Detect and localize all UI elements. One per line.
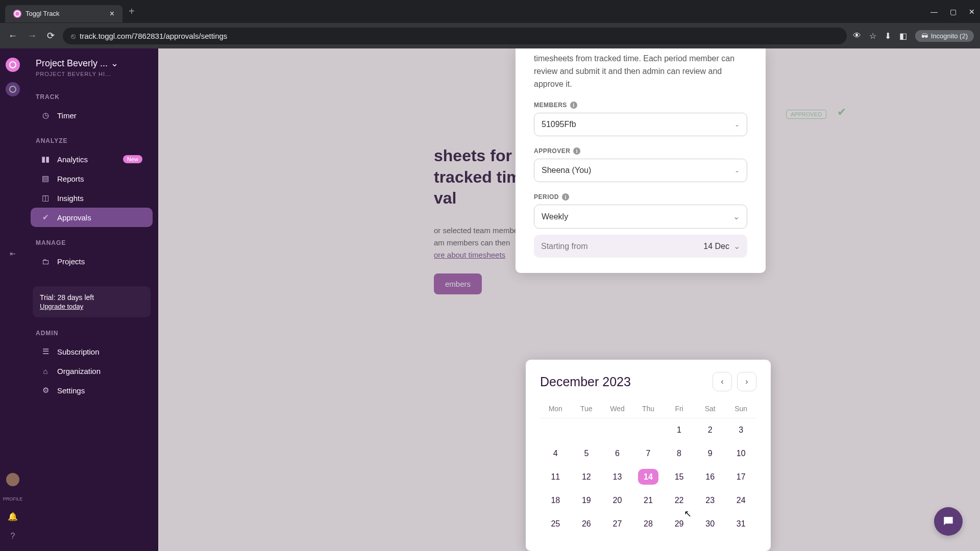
starting-from-select[interactable]: Starting from 14 Dec ⌄ [534, 235, 747, 258]
calendar-day[interactable]: 18 [540, 489, 571, 512]
bell-icon[interactable]: 🔔 [8, 512, 18, 521]
workspace-switcher[interactable]: Project Beverly ... ⌄ PROJECT BEVERLY HI… [26, 58, 158, 81]
calendar-day[interactable]: 23 [695, 489, 726, 512]
rail-track-icon[interactable] [6, 58, 20, 72]
calendar-day[interactable]: 29 [664, 512, 695, 536]
browser-tab[interactable]: Toggl Track × [5, 5, 122, 22]
incognito-badge[interactable]: 🕶 Incognito (2) [915, 30, 974, 42]
calendar-day[interactable]: 1 [664, 418, 695, 442]
new-badge: New [123, 155, 142, 163]
collapse-sidebar-icon[interactable]: ⇤ [10, 249, 16, 258]
calendar-day[interactable]: 22 [664, 489, 695, 512]
calendar-month-title: December 2023 [540, 374, 631, 389]
nav-organization[interactable]: ⌂ Organization [31, 361, 153, 381]
calendar-day[interactable]: 8 [664, 442, 695, 465]
calendar-day[interactable]: 12 [571, 465, 602, 489]
calendar-day[interactable]: 17 [725, 465, 756, 489]
maximize-icon[interactable]: ▢ [950, 8, 957, 16]
calendar-day[interactable]: 30 [695, 512, 726, 536]
nav-settings[interactable]: ⚙ Settings [31, 381, 153, 400]
chevron-down-icon: ⌄ [733, 241, 740, 251]
calendar-day [602, 418, 633, 442]
calendar-day[interactable]: 10 [725, 442, 756, 465]
date-picker: December 2023 ‹ › MonTueWedThuFriSatSun1… [526, 360, 771, 551]
close-icon[interactable]: × [110, 9, 114, 18]
nav-reports[interactable]: ▤ Reports [31, 169, 153, 188]
info-icon[interactable]: i [562, 193, 569, 201]
trial-text: Trial: 28 days left [40, 293, 143, 302]
calendar-day[interactable]: 19 [571, 489, 602, 512]
approver-group: APPROVER i Sheena (You) ⌄ [534, 147, 747, 182]
new-tab-button[interactable]: + [129, 6, 135, 17]
nav-approvals[interactable]: ✔ Approvals [31, 208, 153, 227]
info-icon[interactable]: i [570, 102, 577, 109]
tab-title: Toggl Track [26, 10, 59, 17]
window-controls: — ▢ ✕ [930, 8, 975, 16]
toolbar-icons: 👁 ☆ ⬇ ◧ 🕶 Incognito (2) [853, 30, 974, 42]
members-select[interactable]: 51095Ffb ⌄ [534, 113, 747, 136]
upgrade-link[interactable]: Upgrade today [40, 303, 143, 310]
calendar-day[interactable]: 27 [602, 512, 633, 536]
calendar-day[interactable]: 20 [602, 489, 633, 512]
calendar-day[interactable]: 2 [695, 418, 726, 442]
members-label: MEMBERS [534, 102, 567, 109]
calendar-day[interactable]: 21 [633, 489, 664, 512]
approver-select[interactable]: Sheena (You) ⌄ [534, 159, 747, 182]
info-icon[interactable]: i [573, 147, 580, 155]
url-bar[interactable]: ⎋ track.toggl.com/7862831/approvals/sett… [63, 28, 847, 44]
calendar-day[interactable]: 26 [571, 512, 602, 536]
chevron-down-icon: ⌄ [734, 167, 740, 174]
star-icon[interactable]: ☆ [869, 31, 876, 41]
browser-toolbar: ← → ⟳ ⎋ track.toggl.com/7862831/approval… [0, 23, 980, 48]
section-analyze: ANALYZE [26, 125, 158, 149]
nav-projects[interactable]: 🗀 Projects [31, 252, 153, 271]
calendar-day[interactable]: 25 [540, 512, 571, 536]
period-group: PERIOD i Weekly ⌄ Starting from 14 Dec ⌄ [534, 193, 747, 258]
download-icon[interactable]: ⬇ [885, 31, 891, 41]
close-window-icon[interactable]: ✕ [969, 8, 975, 16]
chat-icon [942, 515, 955, 528]
rail-app-icon[interactable] [6, 82, 20, 96]
back-button[interactable]: ← [6, 29, 19, 43]
icon-rail: ⇤ PROFILE 🔔 ? [0, 48, 26, 551]
panel-icon[interactable]: ◧ [899, 31, 907, 41]
prev-month-button[interactable]: ‹ [713, 372, 732, 391]
help-icon[interactable]: ? [11, 532, 15, 541]
nav-insights[interactable]: ◫ Insights [31, 188, 153, 208]
next-month-button[interactable]: › [737, 372, 756, 391]
forward-button[interactable]: → [26, 29, 39, 43]
calendar-day[interactable]: 11 [540, 465, 571, 489]
calendar-day[interactable]: 31 [725, 512, 756, 536]
document-icon: ▤ [41, 174, 50, 183]
nav-analytics[interactable]: ▮▮ Analytics New [31, 149, 153, 169]
calendar-day[interactable]: 13 [602, 465, 633, 489]
building-icon: ⌂ [41, 366, 50, 375]
folder-icon: 🗀 [41, 257, 50, 266]
calendar-day[interactable]: 6 [602, 442, 633, 465]
calendar-day[interactable]: 9 [695, 442, 726, 465]
calendar-dow: Wed [602, 399, 633, 418]
calendar-day[interactable]: 24 [725, 489, 756, 512]
incognito-icon: 🕶 [921, 32, 928, 40]
nav-subscription[interactable]: ☰ Subscription [31, 342, 153, 361]
avatar[interactable] [6, 473, 19, 486]
reload-button[interactable]: ⟳ [45, 28, 57, 43]
card-icon: ☰ [41, 347, 50, 356]
checkmark-circle-icon: ✔ [41, 213, 50, 222]
nav-timer[interactable]: ◷ Timer [31, 106, 153, 125]
calendar-day[interactable]: 28 [633, 512, 664, 536]
calendar-day[interactable]: 4 [540, 442, 571, 465]
toggl-favicon [13, 10, 21, 18]
calendar-day[interactable]: 16 [695, 465, 726, 489]
minimize-icon[interactable]: — [930, 8, 938, 16]
eye-off-icon[interactable]: 👁 [853, 31, 861, 40]
calendar-day[interactable]: 14 [633, 465, 664, 489]
calendar-day[interactable]: 3 [725, 418, 756, 442]
calendar-day [571, 418, 602, 442]
calendar-day[interactable]: 7 [633, 442, 664, 465]
lock-icon: ⎋ [71, 32, 76, 40]
calendar-day[interactable]: 15 [664, 465, 695, 489]
calendar-day[interactable]: 5 [571, 442, 602, 465]
period-select[interactable]: Weekly ⌄ [534, 205, 747, 229]
intercom-chat-button[interactable] [934, 507, 963, 536]
